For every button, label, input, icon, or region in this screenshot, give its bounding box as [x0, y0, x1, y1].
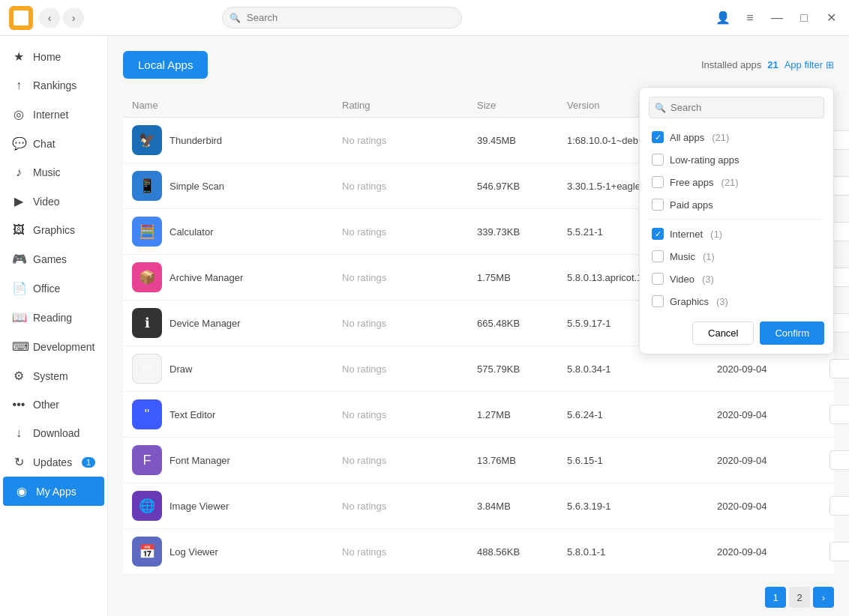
table-row: F Font Manager No ratings 13.76MB 5.6.15… — [123, 438, 834, 483]
sidebar-item-system[interactable]: ⚙ System — [0, 361, 107, 390]
page-next-button[interactable]: › — [813, 587, 834, 608]
sidebar-item-label: My Apps — [36, 486, 76, 498]
sidebar-item-label: Home — [33, 51, 61, 63]
sidebar-item-chat[interactable]: 💬 Chat — [0, 129, 107, 158]
forward-button[interactable]: › — [63, 7, 84, 28]
filter-checkbox — [652, 250, 664, 262]
uninstall-button[interactable]: Uninstall — [830, 359, 849, 378]
filter-item-music[interactable]: Music (1) — [649, 245, 824, 268]
app-icon: 🧮 — [132, 217, 162, 247]
minimize-button[interactable]: — — [768, 9, 786, 27]
app-rating: No ratings — [342, 455, 477, 466]
sidebar-item-label: Rankings — [33, 79, 76, 91]
app-icon: 🌐 — [132, 491, 162, 521]
col-rating: Rating — [342, 100, 477, 111]
filter-item-label: Internet — [670, 229, 703, 240]
filter-item-video[interactable]: Video (3) — [649, 268, 824, 290]
table-row: " Text Editor No ratings 1.27MB 5.6.24-1… — [123, 392, 834, 438]
sidebar-item-graphics[interactable]: 🖼 Graphics — [0, 216, 107, 244]
filter-checkbox — [652, 176, 664, 188]
app-icon: 📦 — [132, 262, 162, 292]
sidebar-item-development[interactable]: ⌨ Development — [0, 332, 107, 361]
app-version: 5.6.15-1 — [567, 455, 717, 466]
sidebar-item-label: Video — [33, 196, 60, 208]
filter-item-lowrating[interactable]: Low-rating apps — [649, 148, 824, 171]
sidebar-item-games[interactable]: 🎮 Games — [0, 244, 107, 274]
filter-item-label: Free apps — [670, 177, 714, 188]
uninstall-button[interactable]: Uninstall — [830, 450, 849, 470]
app-name-cell: " Text Editor — [132, 399, 342, 429]
sidebar-item-download[interactable]: ↓ Download — [0, 419, 107, 447]
local-apps-button[interactable]: Local Apps — [123, 51, 208, 79]
sidebar-item-home[interactable]: ★ Home — [0, 42, 107, 71]
filter-item-graphics[interactable]: Graphics (3) — [649, 290, 824, 312]
sidebar: ★ Home ↑ Rankings ◎ Internet 💬 Chat ♪ Mu… — [0, 36, 108, 616]
user-icon[interactable]: 👤 — [714, 9, 732, 27]
content-area: Local Apps Installed apps 21 App filter … — [108, 36, 849, 616]
video-icon: ▶ — [12, 194, 26, 208]
filter-item-all[interactable]: All apps (21) — [649, 126, 824, 148]
app-name: Draw — [170, 363, 192, 375]
maximize-button[interactable]: □ — [795, 9, 813, 27]
search-input[interactable] — [222, 7, 462, 28]
sidebar-item-office[interactable]: 📄 Office — [0, 274, 107, 303]
app-version: 5.8.0.1-1 — [567, 546, 717, 558]
sidebar-item-myapps[interactable]: ◉ My Apps — [3, 477, 104, 506]
app-size: 1.27MB — [477, 409, 567, 420]
filter-item-label: Low-rating apps — [670, 154, 740, 166]
sidebar-item-updates[interactable]: ↻ Updates 1 — [0, 447, 107, 477]
sidebar-item-reading[interactable]: 📖 Reading — [0, 303, 107, 332]
uninstall-button[interactable]: Uninstall — [830, 496, 849, 516]
filter-item-free[interactable]: Free apps (21) — [649, 171, 824, 193]
app-icon: 📅 — [132, 537, 162, 567]
table-row: 🌐 Image Viewer No ratings 3.84MB 5.6.3.1… — [123, 483, 834, 529]
filter-cancel-button[interactable]: Cancel — [692, 321, 754, 345]
col-name: Name — [132, 100, 342, 111]
filter-search-icon: 🔍 — [655, 103, 666, 113]
app-name-cell: 🦅 Thunderbird — [132, 125, 342, 155]
sidebar-item-label: Internet — [33, 109, 68, 121]
app-icon: ✏ — [132, 354, 162, 384]
app-icon: 📱 — [132, 171, 162, 201]
uninstall-button[interactable]: Uninstall — [830, 542, 849, 561]
app-icon: ℹ — [132, 308, 162, 338]
sidebar-item-video[interactable]: ▶ Video — [0, 187, 107, 216]
page-1-button[interactable]: 1 — [765, 587, 786, 608]
table-row: 📅 Log Viewer No ratings 488.56KB 5.8.0.1… — [123, 529, 834, 575]
app-name-cell: ℹ Device Manager — [132, 308, 342, 338]
app-name-cell: F Font Manager — [132, 445, 342, 475]
filter-item-internet[interactable]: Internet (1) — [649, 223, 824, 245]
search-bar: 🔍 — [222, 7, 462, 28]
sidebar-item-internet[interactable]: ◎ Internet — [0, 100, 107, 129]
back-button[interactable]: ‹ — [39, 7, 60, 28]
installed-label: Installed apps — [701, 59, 761, 70]
filter-confirm-button[interactable]: Confirm — [760, 321, 824, 345]
app-name: Thunderbird — [170, 135, 222, 146]
app-date: 2020-09-04 — [717, 363, 830, 375]
close-button[interactable]: ✕ — [822, 9, 840, 27]
filter-search-input[interactable] — [649, 97, 824, 118]
app-filter-button[interactable]: App filter ⊞ — [784, 59, 834, 70]
sidebar-item-label: Other — [33, 399, 59, 411]
sidebar-item-music[interactable]: ♪ Music — [0, 158, 107, 187]
other-icon: ••• — [12, 398, 26, 411]
app-name: Device Manager — [170, 318, 241, 329]
filter-actions: Cancel Confirm — [649, 321, 824, 345]
app-size: 575.79KB — [477, 363, 567, 375]
app-rating: No ratings — [342, 135, 477, 146]
app-name-cell: 🧮 Calculator — [132, 217, 342, 247]
nav-controls: ‹ › — [39, 7, 84, 28]
filter-item-paid[interactable]: Paid apps — [649, 193, 824, 216]
filter-item-count: (21) — [722, 177, 739, 188]
filter-checkbox — [652, 295, 664, 307]
menu-button[interactable]: ≡ — [741, 9, 759, 27]
app-date: 2020-09-04 — [717, 501, 830, 512]
page-2-button[interactable]: 2 — [789, 587, 810, 608]
app-rating: No ratings — [342, 546, 477, 558]
sidebar-item-rankings[interactable]: ↑ Rankings — [0, 71, 107, 100]
sidebar-item-other[interactable]: ••• Other — [0, 390, 107, 419]
updates-icon: ↻ — [12, 455, 26, 469]
uninstall-button[interactable]: Uninstall — [830, 405, 849, 424]
app-rating: No ratings — [342, 501, 477, 512]
col-size: Size — [477, 100, 567, 111]
